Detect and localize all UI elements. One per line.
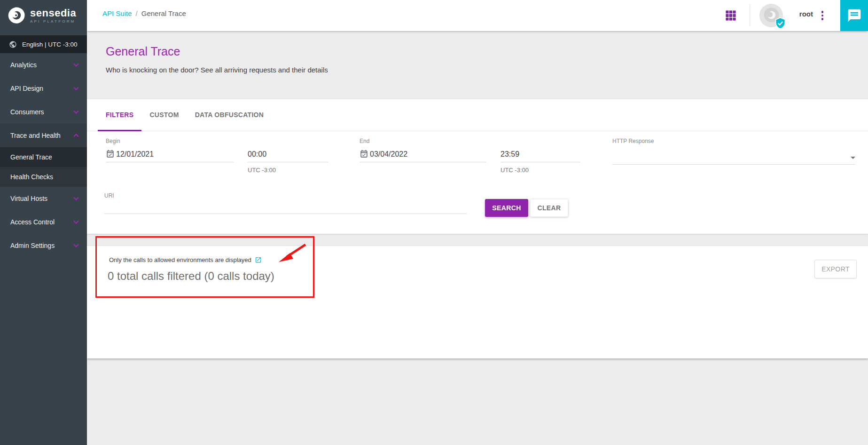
breadcrumb-api-suite[interactable]: API Suite [102,9,132,17]
dropdown-arrow-icon[interactable] [851,157,855,159]
begin-date-field: Begin 12/01/2021 [106,138,234,162]
sidebar-item-label: Analytics [10,61,37,69]
globe-icon [9,40,17,48]
avatar[interactable] [759,4,783,27]
verified-shield-icon [774,17,786,30]
end-date-field: End 03/04/2022 [360,138,486,162]
sidebar-item-label: Consumers [10,108,44,116]
end-date-value: 03/04/2022 [370,150,407,159]
sensedia-swirl-icon [7,6,26,25]
calls-summary: 0 total calls filtered (0 calls today) [108,270,274,283]
uri-input[interactable] [104,200,467,214]
begin-time-field: 00:00 UTC -3:00 [248,138,328,174]
begin-date-value: 12/01/2021 [116,150,154,159]
begin-time-input[interactable]: 00:00 [248,145,328,162]
tab-filters[interactable]: FILTERS [98,99,141,131]
http-response-select[interactable] [612,145,855,165]
filter-card: FILTERS CUSTOM DATA OBFUSCATION Begin 12… [87,99,868,234]
tabs: FILTERS CUSTOM DATA OBFUSCATION [87,99,868,131]
sidebar-item-virtual-hosts[interactable]: Virtual Hosts [0,187,87,210]
begin-timezone: UTC -3:00 [248,167,328,174]
sidebar-item-health-checks[interactable]: Health Checks [0,167,87,187]
username: root [799,10,813,18]
end-date-input[interactable]: 03/04/2022 [360,145,486,162]
sidebar-item-label: Admin Settings [10,242,55,249]
begin-label: Begin [106,138,234,145]
sidebar-item-label: Health Checks [10,173,53,181]
page-title: General Trace [106,45,180,58]
calendar-check-icon[interactable] [106,150,115,159]
chat-button[interactable] [840,0,868,31]
calendar-check-icon[interactable] [360,150,368,159]
chevron-down-icon [73,63,79,67]
tab-custom[interactable]: CUSTOM [141,99,187,131]
chevron-down-icon [73,110,79,114]
tab-data-obfuscation[interactable]: DATA OBFUSCATION [187,99,272,131]
open-in-new-icon[interactable] [255,256,262,263]
brand-tagline: API PLATFORM [30,19,76,24]
environments-notice: Only the calls to allowed environments a… [109,256,262,263]
brand-text: sensedia API PLATFORM [30,8,76,24]
end-timezone: UTC -3:00 [500,167,580,174]
end-time-value: 23:59 [500,150,519,159]
begin-time-label [248,138,328,145]
end-time-label [500,138,580,145]
breadcrumb-current: General Trace [141,9,186,17]
sidebar-item-label: API Design [10,85,43,92]
sidebar-item-label: Virtual Hosts [10,195,47,202]
language-label: English | UTC -3:00 [22,41,78,48]
sidebar-item-label: General Trace [10,153,52,161]
end-label: End [360,138,486,145]
chevron-down-icon [73,87,79,90]
end-time-input[interactable]: 23:59 [500,145,580,162]
apps-grid-icon[interactable] [726,10,736,21]
environments-notice-text: Only the calls to allowed environments a… [109,256,251,263]
topbar: API Suite / General Trace [87,0,868,31]
chat-icon [847,8,862,23]
sidebar-item-admin-settings[interactable]: Admin Settings [0,234,87,257]
brand-name: sensedia [30,8,76,18]
breadcrumb-separator: / [136,9,138,17]
sidebar: sensedia API PLATFORM English | UTC -3:0… [0,0,87,445]
breadcrumb: API Suite / General Trace [102,9,186,17]
begin-date-input[interactable]: 12/01/2021 [106,145,234,162]
page-header: General Trace Who is knocking on the doo… [87,31,868,99]
http-response-field: HTTP Response [612,138,855,165]
more-options-icon[interactable] [819,9,826,22]
sidebar-item-analytics[interactable]: Analytics [0,53,87,77]
topbar-divider [750,5,750,26]
results-card: Only the calls to allowed environments a… [87,246,868,358]
sidebar-item-api-design[interactable]: API Design [0,77,87,100]
chevron-up-icon [73,134,79,137]
sidebar-item-trace-and-health[interactable]: Trace and Health [0,124,87,147]
chevron-down-icon [73,220,79,224]
sidebar-item-access-control[interactable]: Access Control [0,210,87,234]
sidebar-nav: Analytics API Design Consumers Trace and… [0,53,87,257]
brand-logo[interactable]: sensedia API PLATFORM [0,0,87,31]
chevron-down-icon [73,244,79,247]
app: sensedia API PLATFORM English | UTC -3:0… [0,0,868,445]
chevron-down-icon [73,197,79,200]
sidebar-item-label: Trace and Health [10,132,61,139]
search-button[interactable]: SEARCH [485,199,528,217]
uri-label: URI [104,192,467,200]
language-selector[interactable]: English | UTC -3:00 [0,35,87,53]
begin-time-value: 00:00 [248,150,266,159]
clear-button[interactable]: CLEAR [530,199,568,217]
http-response-label: HTTP Response [612,138,855,145]
page-subtitle: Who is knocking on the door? See all arr… [106,66,328,74]
sidebar-item-label: Access Control [10,218,55,226]
end-time-field: 23:59 UTC -3:00 [500,138,580,174]
sidebar-item-general-trace[interactable]: General Trace [0,147,87,167]
uri-field: URI [104,192,467,214]
sidebar-item-consumers[interactable]: Consumers [0,100,87,124]
export-button[interactable]: EXPORT [814,260,857,278]
